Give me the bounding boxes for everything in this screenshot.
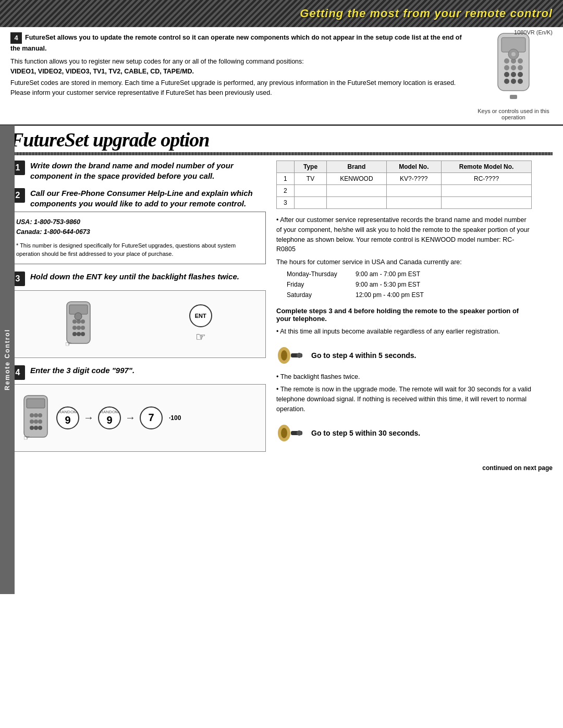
svg-point-33 (34, 413, 38, 417)
svg-point-50 (297, 430, 302, 436)
intro-para1: FutureSet allows you to update the remot… (10, 34, 462, 52)
table-row: 2 (277, 185, 532, 197)
step1-title: Write down the brand name and model numb… (30, 161, 266, 181)
svg-text:☞: ☞ (23, 434, 30, 441)
step4: 4 Enter the 3 digit code "997". (10, 365, 266, 452)
step4-header: 4 Enter the 3 digit code "997". (10, 365, 266, 380)
info-para3: At this time all inputs become available… (280, 328, 500, 335)
digit2-val: 9 (106, 414, 112, 426)
table-cell-brand3 (327, 197, 386, 209)
table-row: 1 TV KENWOOD KV?-???? RC-???? (277, 173, 532, 185)
hand-icon: ☞ (195, 330, 206, 344)
svg-point-11 (504, 79, 509, 84)
component-table: Type Brand Model No. Remote Model No. 1 … (276, 161, 532, 209)
day3: Saturday (287, 290, 354, 300)
info-para1: After our customer service representativ… (276, 216, 530, 253)
table-col-num (277, 161, 295, 173)
remote-image (490, 32, 537, 105)
usa-phone: USA: 1-800-753-9860 (16, 217, 260, 227)
day2: Friday (287, 280, 354, 289)
info-block-2: At this time all inputs become available… (276, 327, 532, 337)
svg-point-46 (297, 353, 302, 358)
step2-footnote: * This number is designed specifically f… (16, 241, 260, 258)
svg-point-19 (72, 319, 77, 324)
digit3-val: 7 (148, 412, 154, 424)
time2: 9:00 am - 5:30 pm EST (356, 280, 532, 289)
svg-point-9 (511, 72, 516, 77)
step3-remote-svg: ☞ (64, 301, 93, 348)
continued-label: continued on next page (0, 459, 563, 477)
svg-point-2 (504, 58, 509, 64)
arrow1: → (83, 412, 94, 424)
sidebar: Remote Control (0, 125, 15, 594)
table-row: 3 (277, 197, 532, 209)
day1: Monday-Thursday (287, 269, 354, 279)
time1: 9:00 am - 7:00 pm EST (356, 269, 532, 279)
body-right: Type Brand Model No. Remote Model No. 1 … (276, 161, 532, 459)
svg-point-37 (38, 419, 42, 424)
svg-point-44 (281, 350, 287, 361)
step1: 1 Write down the brand name and model nu… (10, 161, 266, 181)
table-cell-remote2 (442, 185, 532, 197)
go-to-step4: Go to step 4 within 5 seconds. (276, 344, 532, 367)
hours-table: Monday-Thursday 9:00 am - 7:00 pm EST Fr… (287, 269, 532, 300)
svg-rect-16 (510, 95, 517, 99)
table-cell-remote1: RC-???? (442, 173, 532, 185)
svg-point-5 (504, 65, 509, 70)
table-cell-brand2 (327, 185, 386, 197)
step3-image-box: ☞ ENT ☞ (10, 290, 266, 358)
step2-header: 2 Call our Free-Phone Consumer Help-Line… (10, 188, 266, 208)
table-cell-type1: TV (294, 173, 327, 185)
time3: 12:00 pm - 4:00 pm EST (356, 290, 532, 300)
table-cell-num3: 3 (277, 197, 295, 209)
header-bar: Getting the most from your remote contro… (0, 0, 563, 27)
info-block-1: After our customer service representativ… (276, 215, 532, 300)
digit2-label: RANDOM (100, 410, 119, 414)
digit-sequence: RANDOM 9 → RANDOM 9 → 7 ·100 (56, 406, 181, 429)
step4-remote-svg: ☞ (21, 394, 50, 441)
body-left: 1 Write down the brand name and model nu… (10, 161, 266, 459)
ent-box: ENT ☞ (189, 304, 212, 344)
svg-point-34 (38, 413, 42, 417)
svg-point-24 (81, 326, 85, 330)
svg-text:☞: ☞ (65, 340, 72, 348)
table-col-remote-model: Remote Model No. (442, 161, 532, 173)
svg-point-25 (72, 332, 77, 336)
canada-phone: Canada: 1-800-644-0673 (16, 227, 260, 237)
table-col-model: Model No. (386, 161, 442, 173)
go-step5-text: Go to step 5 within 30 seconds. (311, 429, 420, 437)
intro-para2: This function allows you to register new… (10, 58, 304, 65)
digit-9-first: RANDOM 9 (56, 406, 79, 429)
sidebar-label: Remote Control (4, 329, 11, 390)
digit-9-second: RANDOM 9 (98, 406, 121, 429)
bold-instruction: Complete steps 3 and 4 before holding th… (276, 307, 532, 323)
ear-phone-icon-1 (276, 344, 305, 367)
table-cell-type2 (294, 185, 327, 197)
svg-point-27 (81, 332, 85, 336)
table-col-type: Type (294, 161, 327, 173)
table-cell-model1: KV?-???? (386, 173, 442, 185)
table-col-brand: Brand (327, 161, 386, 173)
svg-point-15 (511, 52, 516, 56)
svg-point-35 (30, 419, 34, 424)
futureset-subtitle-bar (10, 152, 553, 155)
step2-box: USA: 1-800-753-9860 Canada: 1-800-644-06… (10, 212, 266, 264)
svg-point-36 (34, 419, 38, 424)
digit-7: 7 (140, 406, 163, 429)
svg-point-39 (34, 426, 38, 430)
svg-point-23 (77, 326, 81, 330)
info-block-3: The backlight flashes twice. The remote … (276, 372, 532, 414)
table-cell-model3 (386, 197, 442, 209)
svg-point-8 (504, 72, 509, 77)
svg-point-48 (281, 428, 287, 438)
svg-point-22 (72, 326, 77, 330)
intro-para3: FutureSet codes are stored in memory. Ea… (10, 79, 456, 96)
step4-title: Enter the 3 digit code "997". (30, 365, 134, 376)
svg-point-6 (511, 65, 516, 70)
svg-point-4 (518, 58, 523, 64)
svg-point-13 (518, 79, 523, 84)
step3-title: Hold down the ENT key until the backligh… (30, 272, 239, 282)
svg-point-12 (511, 79, 516, 84)
backlight-note2: The remote is now in the upgrade mode. T… (276, 386, 531, 413)
table-cell-model2 (386, 185, 442, 197)
